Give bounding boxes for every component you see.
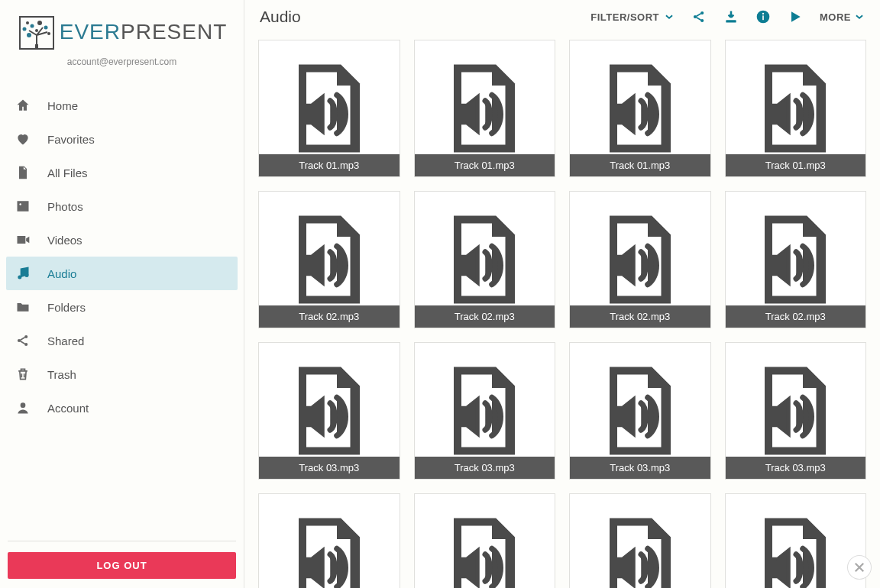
sidebar-nav: HomeFavoritesAll FilesPhotosVideosAudioF… [0,89,244,541]
audio-file-icon [590,509,690,588]
sidebar-item-label: Favorites [47,133,228,146]
audio-file-icon [280,509,379,588]
file-thumb[interactable]: Track 04.mp3 [569,493,711,588]
video-icon [15,232,31,247]
heart-icon [15,131,31,147]
audio-file-icon [280,206,379,313]
share-icon [15,333,31,348]
audio-file-icon [435,55,534,162]
file-name-label: Track 02.mp3 [726,305,866,328]
sidebar-item-folders[interactable]: Folders [6,290,238,324]
file-thumb[interactable]: Track 02.mp3 [414,191,556,328]
file-name-label: Track 02.mp3 [570,305,710,328]
sidebar-item-photos[interactable]: Photos [6,189,238,223]
brand-text-ever: EVER [60,20,121,44]
file-thumb[interactable]: Track 01.mp3 [569,40,711,177]
file-grid-scroll[interactable]: Track 01.mp3Track 01.mp3Track 01.mp3Trac… [244,34,880,588]
more-label: MORE [820,11,851,23]
file-thumb[interactable]: Track 04.mp3 [414,493,556,588]
audio-file-icon [590,206,690,313]
file-name-label: Track 01.mp3 [726,154,866,176]
sidebar-item-label: Trash [47,368,228,381]
brand-wordmark: EVERPRESENT [60,20,228,44]
sidebar-item-label: Audio [47,267,228,280]
main-pane: Audio FILTER/SORT MORE Track 01.mp3Track… [244,0,880,588]
sidebar-item-videos[interactable]: Videos [6,223,238,257]
audio-file-icon [280,55,379,162]
sidebar-item-all-files[interactable]: All Files [6,156,238,189]
file-name-label: Track 03.mp3 [415,457,555,479]
audio-file-icon [435,357,534,464]
music-icon [15,266,31,281]
download-icon[interactable] [723,9,739,24]
info-icon[interactable] [755,9,771,24]
account-email: account@everpresent.com [67,57,177,67]
close-button[interactable] [848,556,871,579]
audio-file-icon [746,357,845,464]
sidebar-item-trash[interactable]: Trash [6,357,238,391]
file-thumb[interactable]: Track 04.mp3 [725,493,867,588]
file-thumb[interactable]: Track 03.mp3 [258,342,400,480]
trash-icon [15,367,31,382]
audio-file-icon [746,206,845,313]
sidebar-item-label: Folders [47,301,228,314]
file-thumb[interactable]: Track 02.mp3 [569,191,711,328]
sidebar-item-account[interactable]: Account [6,391,238,425]
file-name-label: Track 03.mp3 [570,457,710,479]
sidebar-divider [8,541,236,541]
folder-icon [15,299,31,315]
sidebar-item-shared[interactable]: Shared [6,324,238,357]
topbar: Audio FILTER/SORT MORE [244,0,880,34]
filter-sort-label: FILTER/SORT [590,11,659,23]
chevron-down-icon [854,11,865,22]
file-thumb[interactable]: Track 04.mp3 [258,493,400,588]
file-name-label: Track 03.mp3 [259,457,400,479]
topbar-actions: FILTER/SORT MORE [590,9,865,24]
file-thumb[interactable]: Track 03.mp3 [569,342,711,480]
file-thumb[interactable]: Track 01.mp3 [725,40,867,177]
share-icon[interactable] [691,9,707,24]
account-icon [15,400,31,415]
sidebar-item-label: All Files [47,166,228,179]
sidebar-item-label: Account [47,402,228,415]
audio-file-icon [746,55,845,162]
sidebar-item-favorites[interactable]: Favorites [6,122,238,156]
file-name-label: Track 02.mp3 [415,305,555,328]
chevron-down-icon [664,11,675,22]
file-name-label: Track 01.mp3 [415,154,555,176]
sidebar: EVERPRESENT account@everpresent.com Home… [0,0,244,588]
file-name-label: Track 02.mp3 [259,305,400,328]
home-icon [15,98,31,113]
audio-file-icon [746,509,845,588]
audio-file-icon [280,357,379,464]
page-title: Audio [260,8,575,26]
sidebar-item-audio[interactable]: Audio [6,257,238,290]
brand-text-present: PRESENT [121,20,227,44]
logout-button[interactable]: LOG OUT [8,552,236,579]
audio-file-icon [590,357,690,464]
play-icon[interactable] [788,9,803,24]
file-thumb[interactable]: Track 03.mp3 [725,342,867,480]
more-button[interactable]: MORE [820,11,865,23]
audio-file-icon [435,509,534,588]
sidebar-item-label: Videos [47,234,228,247]
audio-file-icon [435,206,534,313]
brand-block: EVERPRESENT account@everpresent.com [0,8,244,75]
sidebar-item-label: Home [47,99,228,112]
file-name-label: Track 03.mp3 [726,457,866,479]
close-icon [852,561,866,574]
tree-icon [17,12,57,52]
sidebar-item-home[interactable]: Home [6,89,238,122]
file-thumb[interactable]: Track 01.mp3 [258,40,400,177]
file-thumb[interactable]: Track 02.mp3 [725,191,867,328]
file-name-label: Track 01.mp3 [259,154,400,176]
file-thumb[interactable]: Track 02.mp3 [258,191,400,328]
file-thumb[interactable]: Track 03.mp3 [414,342,556,480]
brand-logo: EVERPRESENT [17,12,228,52]
file-name-label: Track 01.mp3 [570,154,710,176]
file-thumb[interactable]: Track 01.mp3 [414,40,556,177]
sidebar-item-label: Shared [47,334,228,347]
audio-file-icon [590,55,690,162]
filter-sort-button[interactable]: FILTER/SORT [590,11,675,23]
sidebar-item-label: Photos [47,200,228,213]
